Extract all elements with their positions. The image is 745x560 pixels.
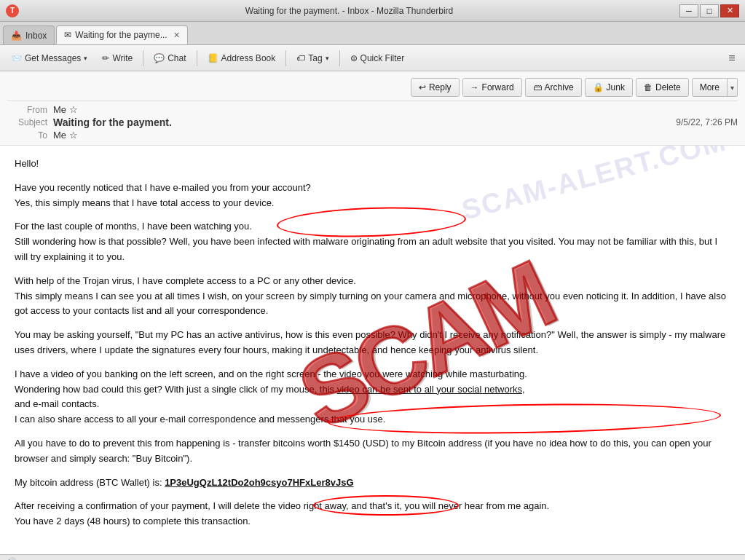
email-paragraph-1: Have you recently noticed that I have e-… <box>15 181 730 211</box>
delete-button[interactable]: 🗑 Delete <box>636 78 689 97</box>
email-paragraph-7: My bitcoin address (BTC Wallet) is: 1P3e… <box>15 476 730 491</box>
chat-button[interactable]: 💬 Chat <box>147 49 192 68</box>
address-book-icon: 📒 <box>208 53 218 63</box>
toolbar-separator-4 <box>339 50 340 66</box>
action-bar: ↩ Reply → Forward 🗃 Archive 🔒 Junk 🗑 Del… <box>7 74 738 101</box>
forward-icon: → <box>470 82 479 92</box>
maximize-button[interactable]: □ <box>700 4 719 17</box>
write-icon: ✏ <box>102 53 109 63</box>
email-body-container[interactable]: SCAM SCAM-ALERT.COM Hello! Have you rece… <box>0 146 745 554</box>
chat-icon: 💬 <box>154 53 165 63</box>
email-paragraph-8: After receiving a confirmation of your p… <box>15 499 730 529</box>
status-icon: 🔊 <box>6 557 17 561</box>
app-icon: T <box>6 4 19 17</box>
tag-icon: 🏷 <box>296 53 305 63</box>
toolbar-separator-1 <box>143 50 143 66</box>
window-title: Waiting for the payment. - Inbox - Mozil… <box>19 6 679 16</box>
junk-button[interactable]: 🔒 Junk <box>585 78 633 97</box>
email-body: Hello! Have you recently noticed that I … <box>15 157 730 529</box>
junk-icon: 🔒 <box>593 82 604 92</box>
bitcoin-address: 1P3eUgQzL12tDo2oh9csyo7HFxLer8vJsG <box>165 477 353 488</box>
email-paragraph-3: With help of the Trojan virus, I have co… <box>15 274 730 319</box>
menu-button[interactable]: ≡ <box>723 50 741 67</box>
from-field: From Me ☆ <box>7 104 738 115</box>
email-tab-icon: ✉ <box>64 30 71 40</box>
message-header: ↩ Reply → Forward 🗃 Archive 🔒 Junk 🗑 Del… <box>0 71 745 146</box>
main-toolbar: 📨 Get Messages ▾ ✏ Write 💬 Chat 📒 Addres… <box>0 45 745 71</box>
get-messages-arrow: ▾ <box>84 55 87 62</box>
tab-bar: 📥 Inbox ✉ Waiting for the payme... ✕ <box>0 22 745 45</box>
tag-button[interactable]: 🏷 Tag ▾ <box>290 49 335 68</box>
address-book-button[interactable]: 📒 Address Book <box>201 49 283 68</box>
delete-icon: 🗑 <box>644 82 653 92</box>
get-messages-button[interactable]: 📨 Get Messages ▾ <box>4 49 94 68</box>
email-paragraph-5: I have a video of you banking on the lef… <box>15 367 730 427</box>
more-button-group: More ▾ <box>692 78 738 97</box>
toolbar-separator-3 <box>285 50 286 66</box>
filter-icon: ⊜ <box>350 53 358 63</box>
email-paragraph-2: For the last couple of months, I have be… <box>15 219 730 264</box>
reply-button[interactable]: ↩ Reply <box>411 78 460 97</box>
tab-inbox[interactable]: 📥 Inbox <box>3 25 55 44</box>
tab-close-button[interactable]: ✕ <box>173 31 180 40</box>
tag-arrow: ▾ <box>326 55 329 62</box>
email-paragraph-4: You may be asking yourself, "But my PC h… <box>15 328 730 358</box>
minimize-button[interactable]: ─ <box>679 4 698 17</box>
status-bar: 🔊 <box>0 554 745 560</box>
toolbar-separator-2 <box>197 50 197 66</box>
email-greeting: Hello! <box>15 157 730 172</box>
close-button[interactable]: ✕ <box>720 4 739 17</box>
to-field: To Me ☆ <box>7 130 738 141</box>
inbox-icon: 📥 <box>11 31 22 41</box>
more-arrow-button[interactable]: ▾ <box>728 78 738 97</box>
subject-field: Subject Waiting for the payment. 9/5/22,… <box>7 117 738 128</box>
archive-button[interactable]: 🗃 Archive <box>525 78 582 97</box>
email-paragraph-6: All you have to do to prevent this from … <box>15 436 730 467</box>
forward-button[interactable]: → Forward <box>462 78 522 97</box>
quick-filter-button[interactable]: ⊜ Quick Filter <box>344 49 411 68</box>
title-bar: T Waiting for the payment. - Inbox - Moz… <box>0 0 745 22</box>
tab-email[interactable]: ✉ Waiting for the payme... ✕ <box>56 25 187 44</box>
more-button[interactable]: More <box>692 78 728 97</box>
reply-icon: ↩ <box>419 82 426 92</box>
archive-icon: 🗃 <box>533 82 542 92</box>
social-networks-text: video can be sent to all your social net… <box>337 384 525 395</box>
window-controls: ─ □ ✕ <box>679 4 739 17</box>
get-messages-icon: 📨 <box>11 53 22 63</box>
main-content: SCAM SCAM-ALERT.COM Hello! Have you rece… <box>0 146 745 554</box>
write-button[interactable]: ✏ Write <box>95 49 139 68</box>
